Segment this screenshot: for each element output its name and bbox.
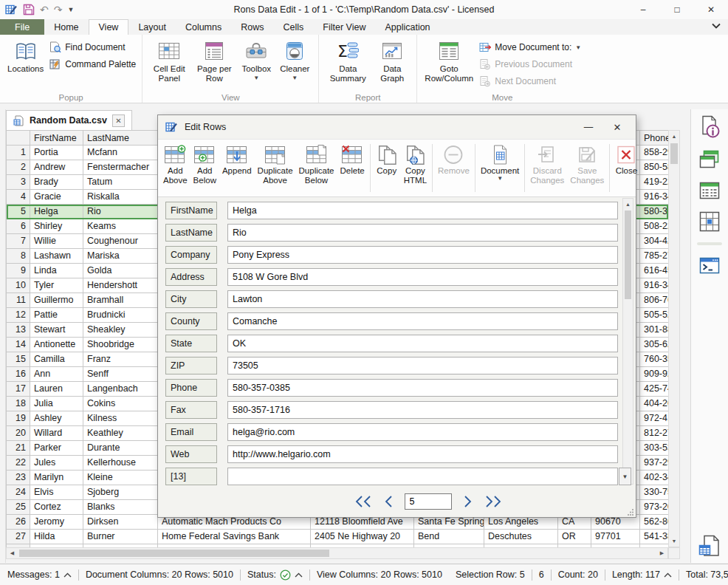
grid-cell[interactable]: 17	[7, 382, 30, 397]
grid-cell[interactable]: Rio	[83, 205, 158, 219]
grid-cell[interactable]: Keathley	[83, 426, 158, 441]
grid-cell[interactable]: OR	[558, 530, 591, 544]
grid-cell[interactable]: 937-294	[640, 456, 668, 471]
grid-cell[interactable]: 760-357	[640, 352, 668, 367]
grid-cell[interactable]: Camilla	[30, 352, 83, 367]
grid-cell[interactable]: 305-624	[640, 338, 668, 352]
grid-cell[interactable]: 12	[7, 308, 30, 323]
dialog-titlebar[interactable]: Edit Rows — ✕	[158, 115, 636, 139]
data-summary-button[interactable]: Σ Data Summary	[323, 35, 372, 83]
grid-cell[interactable]: 7	[7, 234, 30, 249]
grid-cell[interactable]: Marilyn	[30, 471, 83, 485]
console-icon[interactable]	[698, 255, 721, 276]
length-status[interactable]: Length: 117	[612, 569, 672, 580]
table-row[interactable]: 27HildaBurnerHome Federal Savings Bank24…	[7, 530, 668, 544]
grid-cell[interactable]: 858-294	[640, 146, 668, 160]
grid-cell[interactable]: 916-349	[640, 278, 668, 293]
grid-cell[interactable]: Hendershott	[83, 278, 158, 293]
grid-cell[interactable]: 973-208	[640, 500, 668, 515]
copy-button[interactable]: Copy	[373, 141, 401, 195]
move-document-to-button[interactable]: Move Document to: ▼	[479, 41, 581, 53]
save-changes-button[interactable]: Save Changes	[567, 141, 607, 195]
grid-cell[interactable]: Julia	[30, 397, 83, 411]
grid-cell[interactable]: 812-275	[640, 426, 668, 441]
last-row-icon[interactable]	[484, 495, 502, 508]
new-table-document-icon[interactable]	[697, 533, 722, 558]
grid-cell[interactable]: Franz	[83, 352, 158, 367]
grid-cell[interactable]: Riskalla	[83, 190, 158, 205]
grid-cell[interactable]: 972-416	[640, 411, 668, 426]
grid-cell[interactable]: 5	[7, 205, 30, 219]
grid-cell[interactable]: 15	[7, 352, 30, 367]
grid-cell[interactable]: 304-422	[640, 234, 668, 249]
field-input-company[interactable]	[227, 246, 618, 264]
grid-cell[interactable]: 785-272	[640, 249, 668, 264]
grid-cell[interactable]: Andrew	[30, 160, 83, 175]
grid-cell[interactable]: Bend	[414, 530, 484, 544]
grid-cell[interactable]: 22	[7, 456, 30, 471]
grid-cell[interactable]: Ann	[30, 367, 83, 382]
delete-button[interactable]: Delete	[337, 141, 367, 195]
tab-file[interactable]: File	[0, 19, 44, 35]
grid-vertical-scrollbar[interactable]: ▲ ▼	[668, 130, 680, 547]
grid-cell[interactable]: Shirley	[30, 219, 83, 234]
grid-cell[interactable]: 13	[7, 323, 30, 338]
grid-cell[interactable]: Home Federal Savings Bank	[158, 530, 311, 544]
field-input-county[interactable]	[227, 312, 618, 330]
grid-cell[interactable]: 19	[7, 411, 30, 426]
grid-cell[interactable]: Langenbach	[83, 382, 158, 397]
grid-cell[interactable]: Willie	[30, 234, 83, 249]
grid-cell[interactable]: 541-389	[640, 530, 668, 544]
grid-cell[interactable]: 330-757	[640, 485, 668, 500]
duplicate-above-button[interactable]: Duplicate Above	[255, 141, 296, 195]
close-button[interactable]: Close	[612, 141, 640, 195]
grid-cell[interactable]: 27	[7, 530, 30, 544]
grid-cell[interactable]: 20	[7, 426, 30, 441]
total-status[interactable]: Total: 73,505	[686, 569, 728, 580]
grid-cell[interactable]: Cokins	[83, 397, 158, 411]
grid-cell[interactable]: 11	[7, 293, 30, 308]
hscroll-thumb[interactable]	[19, 550, 329, 557]
add-above-button[interactable]: Add Above	[160, 141, 190, 195]
copy-html-button[interactable]: Copy HTML	[401, 141, 430, 195]
grid-cell[interactable]: 97701	[591, 530, 640, 544]
grid-cell[interactable]: 806-763	[640, 293, 668, 308]
tab-view[interactable]: View	[89, 19, 129, 35]
grid-cell[interactable]: 6	[7, 219, 30, 234]
grid-cell[interactable]: Ashley	[30, 411, 83, 426]
grid-cell[interactable]: Pattie	[30, 308, 83, 323]
field-input-phone[interactable]	[227, 379, 618, 397]
grid-cell[interactable]: Deschutes	[484, 530, 558, 544]
toolbox-button[interactable]: Toolbox ▼	[237, 35, 275, 81]
column-header-lastname[interactable]: LastName	[83, 130, 158, 146]
field-input-firstname[interactable]	[227, 202, 618, 219]
qat-dropdown-icon[interactable]: ▼	[67, 6, 74, 13]
data-graph-button[interactable]: Data Graph	[372, 35, 412, 83]
grid-cell[interactable]: 24	[7, 485, 30, 500]
grid-cell[interactable]: 301-884	[640, 323, 668, 338]
field-input-web[interactable]	[227, 445, 618, 463]
grid-cell[interactable]: Parker	[30, 441, 83, 456]
grid-cell[interactable]: Linda	[30, 264, 83, 278]
grid-cell[interactable]: Durante	[83, 441, 158, 456]
grid-cell[interactable]: 419-222	[640, 175, 668, 190]
grid-cell[interactable]: Willard	[30, 426, 83, 441]
document-info-icon[interactable]	[698, 115, 721, 139]
grid-cell[interactable]: 2	[7, 160, 30, 175]
field-input-zip[interactable]	[227, 357, 618, 374]
grid-cell[interactable]: Tyler	[30, 278, 83, 293]
grid-cell[interactable]: Lauren	[30, 382, 83, 397]
remove-button[interactable]: Remove	[435, 141, 473, 195]
document-tab-random-data[interactable]: Random Data.csv ✕	[6, 110, 132, 130]
dialog-minimize-button[interactable]: —	[577, 122, 600, 132]
duplicate-window-icon[interactable]	[698, 148, 721, 171]
column-header-rownum[interactable]	[7, 130, 30, 146]
grid-cell[interactable]: 580-357	[640, 205, 668, 219]
grid-cell[interactable]: 10	[7, 278, 30, 293]
grid-cell[interactable]: Guillermo	[30, 293, 83, 308]
row-number-input[interactable]	[405, 493, 452, 510]
grid-cell[interactable]: Senff	[83, 367, 158, 382]
duplicate-below-button[interactable]: Duplicate Below	[296, 141, 337, 195]
previous-document-button[interactable]: Previous Document	[479, 58, 581, 70]
grid-cell[interactable]: Jules	[30, 456, 83, 471]
